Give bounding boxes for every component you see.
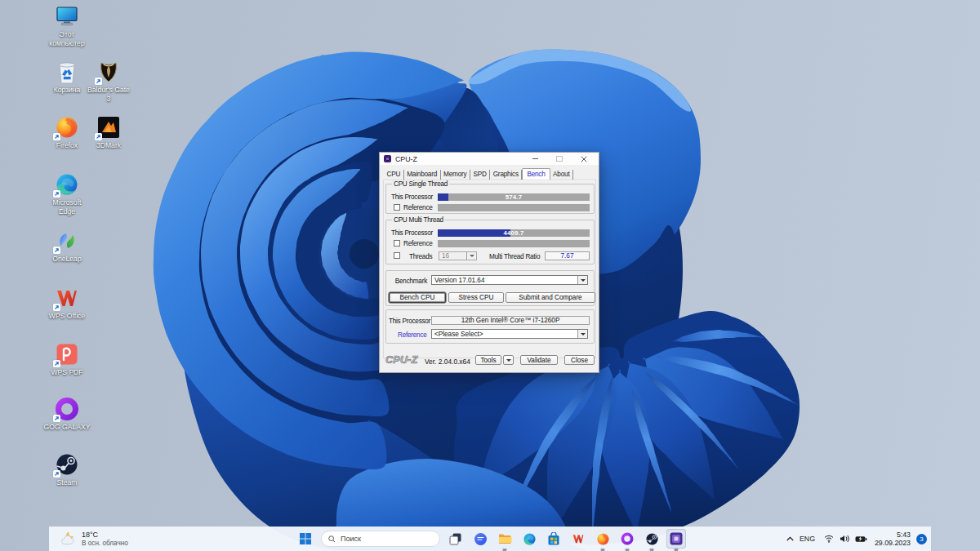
desktop-icon-label: Steam [57, 478, 78, 487]
stress-cpu-button[interactable]: Stress CPU [448, 292, 504, 303]
cpuz-version: Ver. 2.04.0.x64 [425, 358, 470, 366]
single-this-processor-label: This Processor [388, 193, 433, 201]
desktop-icon-label: Firefox [56, 141, 78, 150]
single-reference-checkbox[interactable] [394, 204, 400, 211]
desktop-icon-wps-office[interactable]: WPS Office [42, 285, 91, 321]
chat-button[interactable] [470, 529, 490, 549]
desktop-icon-3dmark[interactable]: 3DMark [87, 114, 131, 150]
desktop-icon-label: WPS Office [49, 312, 85, 321]
benchmark-version-combo[interactable]: Version 17.01.64 [431, 275, 588, 285]
single-reference-bar [438, 204, 590, 211]
notification-badge[interactable]: 3 [916, 534, 927, 544]
task-view-button[interactable] [446, 529, 466, 549]
search-icon [328, 535, 336, 543]
wps-office-icon [572, 532, 585, 545]
weather-temp: 18°C [82, 531, 128, 540]
bench-cpu-button[interactable]: Bench CPU [389, 292, 446, 303]
tab-about[interactable]: About [550, 170, 573, 180]
desktop-icon-this-pc[interactable]: Этот компьютер [44, 3, 90, 47]
firefox-icon [596, 532, 610, 546]
tray-date: 29.09.2023 [873, 539, 911, 548]
desktop-icon-label: Корзина [54, 86, 81, 95]
taskbar-app-steam[interactable] [642, 529, 662, 549]
submit-and-compare-button[interactable]: Submit and Compare [506, 292, 595, 303]
threads-label: Threads [409, 253, 432, 260]
recycle-bin-icon [56, 60, 78, 84]
chat-icon [474, 532, 488, 546]
taskbar-app-gog-galaxy[interactable] [617, 529, 637, 549]
desktop-icon-recycle-bin[interactable]: Корзина [44, 59, 90, 95]
cpuz-tabs: CPU Mainboard Memory SPD Graphics Bench … [384, 170, 573, 180]
group-label-cpu-multi-thread: CPU Multi Thread [392, 216, 445, 224]
tab-memory[interactable]: Memory [441, 170, 470, 180]
battery-icon[interactable] [855, 535, 867, 543]
taskbar-app-file-explorer[interactable] [495, 529, 514, 549]
taskbar-app-edge[interactable] [519, 529, 539, 549]
minimize-button[interactable] [523, 153, 547, 165]
tab-graphics[interactable]: Graphics [490, 170, 522, 180]
desktop-icon-image [55, 114, 80, 140]
shortcut-arrow-icon [53, 247, 61, 255]
combo-value: 16 [439, 252, 466, 260]
desktop-icon-baldurs-gate-3[interactable]: Baldur's Gate 3 [87, 59, 131, 103]
combo-value: <Please Select> [432, 331, 577, 338]
desktop-icon-image [55, 396, 80, 421]
desktop-icon-gog-galaxy[interactable]: GOG GALAXY [40, 396, 94, 432]
start-button[interactable] [296, 529, 315, 549]
desktop-icon-wps-pdf[interactable]: WPS PDF [44, 341, 90, 377]
multi-thread-ratio-label: Multi Thread Ratio [489, 253, 540, 260]
weather-widget[interactable]: 18°C В осн. облачно [56, 527, 133, 551]
tab-bench[interactable]: Bench [522, 168, 550, 180]
reference-label: Reference [398, 331, 427, 339]
desktop-icon-firefox[interactable]: Firefox [44, 114, 90, 150]
wifi-icon[interactable] [824, 535, 834, 543]
shortcut-arrow-icon [53, 304, 61, 312]
taskbar-app-firefox[interactable] [593, 529, 612, 549]
multi-thread-ratio-value: 7.67 [545, 251, 590, 260]
shortcut-arrow-icon [53, 360, 61, 368]
steam-icon [645, 532, 659, 546]
multi-reference-checkbox[interactable] [394, 240, 400, 247]
language-indicator[interactable]: ENG [800, 535, 815, 543]
shortcut-arrow-icon [53, 133, 61, 141]
taskbar-app-microsoft-store[interactable] [544, 529, 564, 549]
threads-combo: 16 [439, 251, 477, 260]
tray-time: 5:43 [873, 531, 911, 540]
weather-text: 18°C В осн. облачно [82, 531, 128, 548]
desktop-icon-image [55, 3, 80, 29]
tab-spd[interactable]: SPD [470, 170, 490, 180]
benchmark-label: Benchmark [390, 278, 427, 285]
bar-value: 574.7 [438, 193, 590, 201]
taskbar-app-cpuz[interactable] [666, 529, 686, 549]
gog-galaxy-icon [621, 532, 634, 545]
tools-button[interactable]: Tools [475, 355, 501, 365]
tools-dropdown-button[interactable] [503, 355, 514, 365]
taskbar-app-wps-office[interactable] [568, 529, 588, 549]
cpuz-logo: CPU-Z [385, 354, 418, 366]
close-window-button[interactable]: Close [564, 355, 595, 365]
cpuz-app-icon [384, 155, 391, 162]
validate-button[interactable]: Validate [520, 355, 558, 365]
combo-value: Version 17.01.64 [432, 277, 577, 284]
desktop-icon-oneleap[interactable]: OneLeap [44, 228, 90, 264]
clock[interactable]: 5:43 29.09.2023 [873, 531, 911, 548]
single-thread-score-bar: 574.7 [438, 193, 590, 201]
threads-checkbox[interactable] [394, 252, 400, 259]
cpuz-window-title: CPU-Z [395, 155, 417, 163]
cpuz-titlebar[interactable]: CPU-Z [380, 153, 599, 165]
this-processor-value: 12th Gen Intel® Core™ i7-1260P [431, 316, 590, 325]
tray-chevron-icon[interactable] [786, 536, 794, 541]
reference-combo[interactable]: <Please Select> [431, 329, 588, 339]
desktop-icon-image [55, 341, 80, 367]
search-box[interactable]: Поиск [321, 531, 440, 547]
multi-thread-score-bar: 4409.7 [438, 229, 590, 237]
volume-icon[interactable] [840, 535, 849, 543]
close-button[interactable] [572, 153, 596, 165]
tab-cpu[interactable]: CPU [384, 170, 404, 180]
cpuz-taskbar-icon [670, 532, 683, 545]
tab-mainboard[interactable]: Mainboard [404, 170, 441, 180]
microsoft-store-icon [547, 532, 560, 546]
desktop-icon-steam[interactable]: Steam [44, 451, 90, 487]
desktop-icon-microsoft-edge[interactable]: Microsoft Edge [45, 171, 89, 216]
taskbar-center: Поиск [293, 527, 688, 551]
